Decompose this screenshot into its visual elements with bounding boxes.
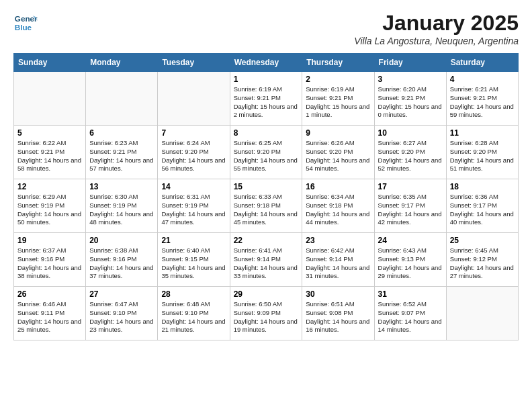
calendar-cell: 14Sunrise: 6:31 AM Sunset: 9:19 PM Dayli…: [158, 179, 230, 233]
calendar-cell: 19Sunrise: 6:37 AM Sunset: 9:16 PM Dayli…: [14, 233, 86, 287]
day-info: Sunrise: 6:37 AM Sunset: 9:16 PM Dayligh…: [17, 246, 82, 281]
calendar-cell: 18Sunrise: 6:36 AM Sunset: 9:17 PM Dayli…: [446, 179, 518, 233]
day-info: Sunrise: 6:41 AM Sunset: 9:14 PM Dayligh…: [234, 246, 299, 281]
day-info: Sunrise: 6:20 AM Sunset: 9:21 PM Dayligh…: [378, 85, 443, 120]
day-number: 7: [161, 128, 226, 138]
day-info: Sunrise: 6:22 AM Sunset: 9:21 PM Dayligh…: [17, 139, 82, 173]
week-row-0: 1Sunrise: 6:19 AM Sunset: 9:21 PM Daylig…: [14, 72, 519, 126]
day-number: 19: [17, 236, 82, 245]
day-info: Sunrise: 6:35 AM Sunset: 9:17 PM Dayligh…: [378, 193, 443, 227]
day-number: 29: [234, 289, 299, 299]
calendar-cell: 3Sunrise: 6:20 AM Sunset: 9:21 PM Daylig…: [374, 72, 446, 126]
day-info: Sunrise: 6:29 AM Sunset: 9:19 PM Dayligh…: [17, 193, 82, 227]
header-row: SundayMondayTuesdayWednesdayThursdayFrid…: [14, 54, 519, 72]
day-info: Sunrise: 6:46 AM Sunset: 9:11 PM Dayligh…: [17, 300, 82, 334]
day-number: 6: [89, 128, 154, 138]
calendar-cell: 1Sunrise: 6:19 AM Sunset: 9:21 PM Daylig…: [230, 72, 302, 126]
calendar-cell: 20Sunrise: 6:38 AM Sunset: 9:16 PM Dayli…: [86, 233, 158, 287]
day-info: Sunrise: 6:38 AM Sunset: 9:16 PM Dayligh…: [89, 246, 154, 281]
day-info: Sunrise: 6:26 AM Sunset: 9:20 PM Dayligh…: [306, 139, 370, 173]
calendar-cell: 2Sunrise: 6:19 AM Sunset: 9:21 PM Daylig…: [302, 72, 374, 126]
subtitle: Villa La Angostura, Neuquen, Argentina: [354, 36, 519, 46]
calendar-cell: 5Sunrise: 6:22 AM Sunset: 9:21 PM Daylig…: [14, 126, 86, 179]
day-number: 10: [378, 128, 443, 138]
calendar-cell: 30Sunrise: 6:51 AM Sunset: 9:08 PM Dayli…: [302, 287, 374, 340]
day-number: 20: [89, 236, 154, 245]
calendar-cell: 10Sunrise: 6:27 AM Sunset: 9:20 PM Dayli…: [374, 126, 446, 179]
day-info: Sunrise: 6:51 AM Sunset: 9:08 PM Dayligh…: [306, 300, 370, 334]
calendar-header: SundayMondayTuesdayWednesdayThursdayFrid…: [14, 54, 519, 72]
header-wednesday: Wednesday: [230, 54, 302, 72]
day-info: Sunrise: 6:50 AM Sunset: 9:09 PM Dayligh…: [234, 300, 299, 334]
day-info: Sunrise: 6:28 AM Sunset: 9:20 PM Dayligh…: [450, 139, 515, 173]
svg-text:General: General: [15, 14, 38, 23]
day-number: 25: [450, 236, 515, 245]
calendar-cell: 13Sunrise: 6:30 AM Sunset: 9:19 PM Dayli…: [86, 179, 158, 233]
calendar-cell: 23Sunrise: 6:42 AM Sunset: 9:14 PM Dayli…: [302, 233, 374, 287]
day-number: 17: [378, 182, 443, 191]
calendar-cell: 6Sunrise: 6:23 AM Sunset: 9:21 PM Daylig…: [86, 126, 158, 179]
day-info: Sunrise: 6:40 AM Sunset: 9:15 PM Dayligh…: [161, 246, 226, 281]
day-number: 31: [378, 289, 443, 299]
calendar-cell: [446, 287, 518, 340]
week-row-1: 5Sunrise: 6:22 AM Sunset: 9:21 PM Daylig…: [14, 126, 519, 179]
day-info: Sunrise: 6:30 AM Sunset: 9:19 PM Dayligh…: [89, 193, 154, 227]
logo-icon: General Blue: [13, 11, 38, 35]
calendar-cell: 31Sunrise: 6:52 AM Sunset: 9:07 PM Dayli…: [374, 287, 446, 340]
calendar-cell: 22Sunrise: 6:41 AM Sunset: 9:14 PM Dayli…: [230, 233, 302, 287]
day-number: 14: [161, 182, 226, 191]
calendar-cell: 28Sunrise: 6:48 AM Sunset: 9:10 PM Dayli…: [158, 287, 230, 340]
day-number: 2: [306, 75, 370, 84]
day-number: 11: [450, 128, 515, 138]
calendar-cell: 21Sunrise: 6:40 AM Sunset: 9:15 PM Dayli…: [158, 233, 230, 287]
day-number: 5: [17, 128, 82, 138]
day-number: 30: [306, 289, 370, 299]
calendar-cell: [14, 72, 86, 126]
calendar-cell: [86, 72, 158, 126]
week-row-4: 26Sunrise: 6:46 AM Sunset: 9:11 PM Dayli…: [14, 287, 519, 340]
day-info: Sunrise: 6:42 AM Sunset: 9:14 PM Dayligh…: [306, 246, 370, 281]
header-friday: Friday: [374, 54, 446, 72]
day-info: Sunrise: 6:48 AM Sunset: 9:10 PM Dayligh…: [161, 300, 226, 334]
calendar-cell: 25Sunrise: 6:45 AM Sunset: 9:12 PM Dayli…: [446, 233, 518, 287]
day-info: Sunrise: 6:27 AM Sunset: 9:20 PM Dayligh…: [378, 139, 443, 173]
calendar-cell: 27Sunrise: 6:47 AM Sunset: 9:10 PM Dayli…: [86, 287, 158, 340]
title-block: January 2025 Villa La Angostura, Neuquen…: [354, 11, 519, 46]
day-info: Sunrise: 6:34 AM Sunset: 9:18 PM Dayligh…: [306, 193, 370, 227]
header-monday: Monday: [86, 54, 158, 72]
day-info: Sunrise: 6:24 AM Sunset: 9:20 PM Dayligh…: [161, 139, 226, 173]
day-number: 15: [234, 182, 299, 191]
calendar-cell: 7Sunrise: 6:24 AM Sunset: 9:20 PM Daylig…: [158, 126, 230, 179]
header-sunday: Sunday: [14, 54, 86, 72]
day-number: 22: [234, 236, 299, 245]
day-number: 3: [378, 75, 443, 84]
day-info: Sunrise: 6:52 AM Sunset: 9:07 PM Dayligh…: [378, 300, 443, 334]
calendar-cell: [158, 72, 230, 126]
calendar-cell: 26Sunrise: 6:46 AM Sunset: 9:11 PM Dayli…: [14, 287, 86, 340]
calendar-cell: 16Sunrise: 6:34 AM Sunset: 9:18 PM Dayli…: [302, 179, 374, 233]
day-info: Sunrise: 6:25 AM Sunset: 9:20 PM Dayligh…: [234, 139, 299, 173]
day-number: 13: [89, 182, 154, 191]
day-number: 23: [306, 236, 370, 245]
calendar-cell: 15Sunrise: 6:33 AM Sunset: 9:18 PM Dayli…: [230, 179, 302, 233]
day-info: Sunrise: 6:47 AM Sunset: 9:10 PM Dayligh…: [89, 300, 154, 334]
day-info: Sunrise: 6:36 AM Sunset: 9:17 PM Dayligh…: [450, 193, 515, 227]
day-number: 16: [306, 182, 370, 191]
week-row-2: 12Sunrise: 6:29 AM Sunset: 9:19 PM Dayli…: [14, 179, 519, 233]
calendar-cell: 12Sunrise: 6:29 AM Sunset: 9:19 PM Dayli…: [14, 179, 86, 233]
calendar-cell: 8Sunrise: 6:25 AM Sunset: 9:20 PM Daylig…: [230, 126, 302, 179]
day-number: 26: [17, 289, 82, 299]
day-info: Sunrise: 6:45 AM Sunset: 9:12 PM Dayligh…: [450, 246, 515, 281]
header-tuesday: Tuesday: [158, 54, 230, 72]
day-number: 18: [450, 182, 515, 191]
page-header: General Blue January 2025 Villa La Angos…: [13, 11, 519, 46]
day-info: Sunrise: 6:43 AM Sunset: 9:13 PM Dayligh…: [378, 246, 443, 281]
calendar-cell: 9Sunrise: 6:26 AM Sunset: 9:20 PM Daylig…: [302, 126, 374, 179]
day-number: 8: [234, 128, 299, 138]
week-row-3: 19Sunrise: 6:37 AM Sunset: 9:16 PM Dayli…: [14, 233, 519, 287]
calendar-cell: 29Sunrise: 6:50 AM Sunset: 9:09 PM Dayli…: [230, 287, 302, 340]
day-number: 24: [378, 236, 443, 245]
day-number: 1: [234, 75, 299, 84]
calendar-cell: 11Sunrise: 6:28 AM Sunset: 9:20 PM Dayli…: [446, 126, 518, 179]
header-saturday: Saturday: [446, 54, 518, 72]
